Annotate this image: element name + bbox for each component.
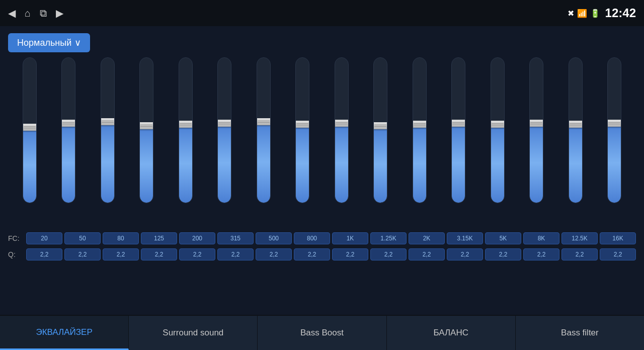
q-cell-11[interactable]: 2,2 (447, 248, 483, 260)
connectivity-icons: ✖ 📶 🔋 (568, 9, 600, 18)
tab-equalizer[interactable]: ЭКВАЛАЙЗЕР (0, 316, 129, 350)
fc-cell-12[interactable]: 5K (485, 232, 521, 244)
eq-channel-7 (283, 57, 323, 228)
slider-thumb-3[interactable] (139, 122, 153, 129)
slider-thumb-10[interactable] (413, 121, 427, 128)
eq-channel-12 (478, 57, 517, 228)
q-cell-14[interactable]: 2,2 (561, 248, 598, 260)
slider-thumb-15[interactable] (607, 120, 621, 127)
q-cell-13[interactable]: 2,2 (523, 248, 559, 260)
q-cell-5[interactable]: 2,2 (217, 248, 254, 260)
slider-fill-15 (608, 123, 621, 203)
eq-channel-10 (400, 57, 439, 228)
slider-track-3[interactable] (139, 57, 153, 203)
fc-cell-3[interactable]: 125 (141, 232, 177, 244)
main-content: Нормальный ∨ (0, 26, 644, 315)
tab-bassboost[interactable]: Bass Boost (258, 316, 386, 350)
tab-bassfilter[interactable]: Bass filter (516, 316, 644, 350)
eq-channel-6 (244, 57, 283, 228)
fc-cell-9[interactable]: 1.25K (370, 232, 407, 244)
slider-track-8[interactable] (335, 57, 349, 203)
slider-fill-13 (530, 123, 543, 203)
slider-track-0[interactable] (23, 57, 37, 203)
slider-fill-12 (491, 124, 504, 203)
tab-balance[interactable]: БАЛАНС (387, 316, 516, 350)
slider-track-4[interactable] (179, 57, 193, 203)
fc-cell-1[interactable]: 50 (64, 232, 101, 244)
q-cell-7[interactable]: 2,2 (294, 248, 330, 260)
tab-surround[interactable]: Surround sound (129, 316, 258, 350)
home-icon[interactable]: ⌂ (25, 8, 31, 19)
eq-channel-4 (166, 57, 205, 228)
slider-track-6[interactable] (257, 57, 271, 203)
fc-cell-8[interactable]: 1K (332, 232, 368, 244)
slider-thumb-7[interactable] (295, 121, 309, 128)
window-icon[interactable]: ⧉ (40, 8, 47, 19)
q-cell-9[interactable]: 2,2 (370, 248, 407, 260)
q-cell-6[interactable]: 2,2 (256, 248, 292, 260)
back-icon[interactable]: ◀ (8, 7, 16, 19)
slider-thumb-1[interactable] (61, 120, 75, 127)
slider-fill-9 (374, 126, 387, 203)
q-label: Q: (8, 250, 26, 258)
slider-track-15[interactable] (607, 57, 621, 203)
slider-fill-14 (569, 124, 582, 203)
slider-fill-2 (101, 122, 114, 203)
slider-track-11[interactable] (451, 57, 465, 203)
slider-thumb-6[interactable] (257, 118, 271, 125)
q-cell-10[interactable]: 2,2 (409, 248, 445, 260)
slider-track-13[interactable] (529, 57, 543, 203)
q-cell-2[interactable]: 2,2 (103, 248, 139, 260)
fc-cell-2[interactable]: 80 (103, 232, 139, 244)
slider-thumb-13[interactable] (529, 120, 543, 127)
slider-fill-8 (335, 123, 348, 203)
fc-cell-13[interactable]: 8K (523, 232, 559, 244)
slider-thumb-5[interactable] (217, 120, 231, 127)
play-icon[interactable]: ▶ (56, 7, 63, 19)
slider-thumb-12[interactable] (491, 121, 505, 128)
fc-cell-11[interactable]: 3.15K (447, 232, 483, 244)
slider-track-9[interactable] (373, 57, 387, 203)
fc-cell-15[interactable]: 16K (600, 232, 636, 244)
slider-track-14[interactable] (569, 57, 583, 203)
slider-fill-4 (179, 124, 192, 203)
tab-bar: ЭКВАЛАЙЗЕРSurround soundBass BoostБАЛАНС… (0, 315, 644, 350)
slider-track-10[interactable] (413, 57, 427, 203)
slider-thumb-9[interactable] (373, 122, 387, 129)
fc-cell-5[interactable]: 315 (217, 232, 254, 244)
q-cell-0[interactable]: 2,2 (26, 248, 62, 260)
q-cell-12[interactable]: 2,2 (485, 248, 521, 260)
eq-channel-15 (595, 57, 634, 228)
eq-sliders-area (8, 57, 636, 228)
eq-channel-8 (322, 57, 361, 228)
preset-button[interactable]: Нормальный ∨ (8, 33, 90, 52)
fc-cell-0[interactable]: 20 (26, 232, 62, 244)
q-cell-3[interactable]: 2,2 (141, 248, 177, 260)
slider-track-2[interactable] (101, 57, 115, 203)
fc-cell-4[interactable]: 200 (179, 232, 215, 244)
q-cell-8[interactable]: 2,2 (332, 248, 368, 260)
slider-fill-11 (452, 123, 465, 203)
q-cell-4[interactable]: 2,2 (179, 248, 215, 260)
eq-channel-1 (49, 57, 89, 228)
status-right: ✖ 📶 🔋 12:42 (568, 6, 636, 20)
battery-icon: 🔋 (590, 9, 600, 18)
slider-thumb-8[interactable] (335, 120, 349, 127)
slider-track-1[interactable] (61, 57, 75, 203)
fc-cell-14[interactable]: 12.5K (561, 232, 598, 244)
slider-track-5[interactable] (217, 57, 231, 203)
fc-cell-7[interactable]: 800 (294, 232, 330, 244)
slider-thumb-4[interactable] (179, 121, 193, 128)
slider-thumb-11[interactable] (451, 120, 465, 127)
slider-track-7[interactable] (295, 57, 309, 203)
fc-cell-10[interactable]: 2K (409, 232, 445, 244)
slider-thumb-2[interactable] (101, 118, 115, 125)
q-cell-1[interactable]: 2,2 (64, 248, 101, 260)
slider-thumb-0[interactable] (23, 124, 37, 131)
fc-cell-6[interactable]: 500 (256, 232, 292, 244)
slider-thumb-14[interactable] (569, 121, 583, 128)
eq-channel-0 (10, 57, 49, 228)
q-cell-15[interactable]: 2,2 (600, 248, 636, 260)
slider-fill-5 (218, 123, 231, 203)
slider-track-12[interactable] (491, 57, 505, 203)
